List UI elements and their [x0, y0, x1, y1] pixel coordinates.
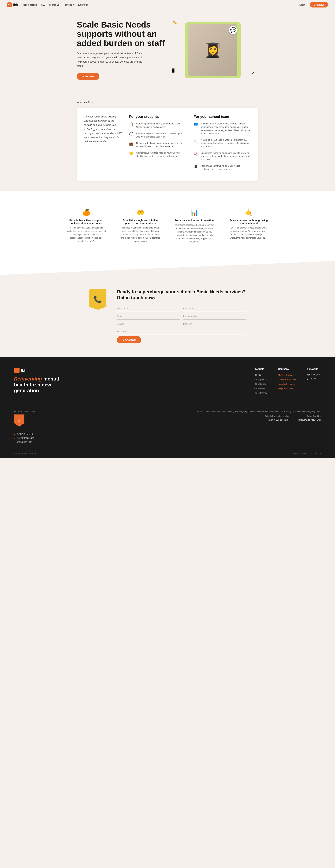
phone-input[interactable] [183, 313, 246, 319]
training-icon: 🎓 [194, 164, 199, 168]
footer-terms-link[interactable]: Terms [292, 452, 298, 455]
offer-card: Whether you have an existing Basic Needs… [77, 108, 258, 181]
footer-logo: tbh tbh [14, 368, 66, 373]
arrow-icon: ↗ [252, 70, 255, 74]
crisis-text-title: Crisis Text Line [297, 415, 321, 418]
students-col-title: For your students [129, 115, 187, 119]
company-careers-link[interactable]: Careers Coming soon [278, 378, 296, 381]
join-now-button[interactable]: Join now [310, 2, 328, 7]
feature-4-title: Scale your team without growing your hea… [229, 219, 269, 224]
footer-logo-text: tbh [21, 369, 26, 372]
product-parents-link[interactable]: For Parents [254, 387, 265, 390]
form-row-name [117, 306, 246, 312]
form-row-contact [117, 313, 246, 319]
student-item-1-text: A one-stop shop for all of your students… [136, 122, 187, 129]
student-item-4-text: An interactive interface helping your st… [136, 151, 187, 158]
footer-emergency: If you or someone you know is experienci… [47, 410, 321, 422]
team-item-3-text: Customized reporting and analytics suite… [201, 152, 251, 161]
tablet-icon: 📱 [171, 68, 176, 73]
footer-privacy-link[interactable]: Privacy [301, 452, 308, 455]
footer-cols: Products For K12 For Higher Ed For Child… [254, 368, 321, 396]
nav-link-families[interactable]: Families ▾ [63, 3, 74, 6]
system-icon: 📊 [194, 138, 199, 143]
student-item-3: 💼 Ongoing virtual case management to str… [129, 142, 187, 148]
case-mgmt-icon: 💼 [129, 142, 134, 146]
compliance-encryption: ✓ Data Encryption [14, 441, 36, 443]
nav-link-k12[interactable]: K12 [41, 3, 45, 6]
product-enterprise-link[interactable]: For Enterprise [254, 392, 268, 394]
feature-3-desc: Your teams operate at their best when th… [174, 223, 215, 244]
nav-logo[interactable]: tbh tbh [7, 2, 18, 7]
login-button[interactable]: Login [297, 2, 307, 7]
get-started-button[interactable]: Get Started [117, 336, 141, 343]
offer-students-col: For your students 📋 A one-stop shop for … [129, 115, 187, 174]
footer-product-higher-ed: For Higher Ed [254, 378, 268, 381]
footer-company-blog: Blog Coming soon [278, 387, 297, 390]
footer-contact-link[interactable]: Contact us [311, 452, 321, 455]
section-divider [0, 261, 335, 275]
email-input[interactable] [117, 313, 180, 319]
footer-tiktok[interactable]: ♪ TikTok [307, 377, 321, 380]
position-input[interactable] [183, 321, 246, 327]
hero-content: Scale Basic Needs supports without an ad… [77, 20, 167, 80]
footer-instagram[interactable]: 📷 Instagram [307, 373, 321, 376]
logo-text: tbh [13, 3, 18, 7]
footer-product-enterprise: For Enterprise [254, 391, 268, 395]
team-item-1-text: A virtual team of Basic Needs experts—in… [201, 122, 251, 135]
school-input[interactable] [117, 321, 180, 327]
compliance-soc2: ✓ SOC2 Compliant [14, 433, 36, 435]
nav-link-higher-ed[interactable]: Higher Ed [49, 3, 59, 6]
student-item-2-text: Real-time access to SMS-based Care Navig… [136, 132, 187, 138]
team-item-2-text: A state-of-the-art case management syste… [201, 138, 251, 148]
product-higher-ed-link[interactable]: For Higher Ed [254, 378, 267, 381]
hero-image: 👩‍🎓 💬 ✏️ 📱 ↗ [167, 22, 258, 78]
crisis-text-line: Crisis Text Line Text HOME to 74174 24/7 [297, 415, 321, 422]
footer-emergency-text: If you or someone you know is experienci… [47, 410, 321, 413]
nav-links: Basic Needs K12 Higher Ed Families ▾ Ent… [23, 3, 297, 6]
product-k12-link[interactable]: For K12 [254, 374, 261, 376]
footer-privacy-text: We respect your privacy [14, 410, 36, 412]
footer-company-about: About us Coming soon [278, 373, 297, 376]
footer-company-col: Company About us Coming soon Careers Com… [278, 368, 297, 396]
suicide-hotline-title: Suicide Prevention Lifeline [265, 415, 289, 418]
feature-card-2: 🤲 Establish a single and intuitive point… [117, 205, 164, 247]
nav-link-enterprise[interactable]: Enterprise [78, 3, 88, 6]
hero-description: Our case management platform and virtual… [77, 51, 143, 68]
section-label: What we offer → [77, 101, 258, 103]
check-icon-soc2: ✓ [14, 433, 16, 435]
contact-form: Get Started [117, 306, 246, 343]
message-input[interactable] [117, 329, 246, 335]
team-item-2: 📊 A state-of-the-art case management sys… [194, 138, 251, 148]
features-grid: 🍊 Provide Basic Needs support outside of… [63, 205, 272, 247]
instagram-icon: 📷 [307, 373, 310, 376]
scale-icon: 🤙 [229, 209, 269, 216]
footer-products-list: For K12 For Higher Ed For Children For P… [254, 373, 268, 395]
footer-logo-icon: tbh [14, 368, 20, 373]
phone-icon: 📞 [93, 295, 102, 304]
student-item-4: 🤝 An interactive interface helping your … [129, 151, 187, 158]
team-icon: 👥 [194, 122, 199, 126]
footer-bottom: © 2024 Mindset Labs, Inc. Terms Privacy … [14, 448, 321, 458]
company-press-link[interactable]: Press Kit Coming soon [278, 383, 297, 385]
contact-right: Ready to supercharge your school's Basic… [117, 289, 246, 343]
footer-top: tbh tbh Reinventing mental health for a … [14, 368, 321, 396]
last-name-input[interactable] [183, 306, 246, 312]
shield-icon: ☺ [14, 414, 24, 427]
crisis-text-number: Text HOME to 74174 24/7 [297, 418, 321, 422]
feature-2-desc: No need to send your students to plead t… [120, 226, 161, 243]
hero-join-button[interactable]: Join now [77, 73, 99, 80]
first-name-input[interactable] [117, 306, 180, 312]
tiktok-icon: ♪ [307, 377, 308, 380]
product-children-link[interactable]: For Children [254, 383, 266, 385]
footer-product-parents: For Parents [254, 387, 268, 390]
footer-copyright: © 2024 Mindset Labs, Inc. [14, 452, 37, 455]
nav-link-basic-needs[interactable]: Basic Needs [23, 3, 37, 6]
footer-company-careers: Careers Coming soon [278, 378, 297, 381]
team-item-4-text: Faculty and staff training on Basic Need… [201, 164, 251, 171]
chevron-down-icon: ▾ [73, 3, 74, 6]
company-about-link[interactable]: About us Coming soon [278, 374, 297, 376]
company-blog-link[interactable]: Blog Coming soon [278, 387, 292, 390]
logo-icon: tbh [7, 2, 12, 7]
compliance-soc2-label: SOC2 Compliant [17, 433, 33, 435]
student-item-2: 💬 Real-time access to SMS-based Care Nav… [129, 132, 187, 138]
